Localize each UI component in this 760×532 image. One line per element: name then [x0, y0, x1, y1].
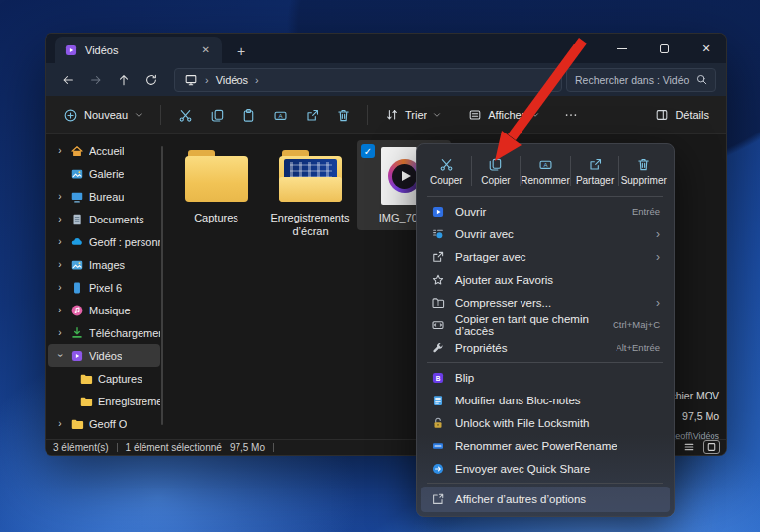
chevron-right-icon[interactable]: ›	[55, 214, 65, 224]
menu-item-compresser-vers[interactable]: Compresser vers...›	[421, 291, 670, 313]
share-button[interactable]	[297, 101, 327, 129]
menu-item-renommer-avec-powerrename[interactable]: Renommer avec PowerRename	[421, 434, 670, 457]
cut-icon	[439, 157, 454, 172]
tab-bar: Vidéos ✕ + ✕	[46, 34, 726, 63]
breadcrumb[interactable]: › Vidéos ›	[174, 68, 562, 92]
share-menu-icon	[430, 250, 445, 264]
menu-item-propri-t-s[interactable]: PropriétésAlt+Entrée	[421, 336, 670, 359]
chevron-right-icon[interactable]: ›	[55, 236, 65, 247]
sidebar-item-label: Geoff O	[89, 418, 127, 430]
tab-videos[interactable]: Vidéos ✕	[55, 37, 222, 63]
rename-button[interactable]: A	[265, 101, 295, 129]
menu-item-envoyer-avec-quick-share[interactable]: Envoyer avec Quick Share	[421, 457, 670, 480]
submenu-chevron-icon: ›	[656, 228, 660, 240]
refresh-button[interactable]	[139, 68, 164, 92]
sidebar-item-pixel-6[interactable]: ›Pixel 6	[48, 276, 160, 299]
chevron-down-icon[interactable]: ›	[55, 351, 66, 361]
selection-count: 1 élément sélectionné	[126, 442, 222, 453]
sidebar-item-enregistreme[interactable]: Enregistreme	[48, 390, 160, 412]
chevron-right-icon[interactable]: ›	[55, 327, 65, 338]
svg-text:A: A	[543, 160, 548, 167]
menu-item-ouvrir-avec[interactable]: Ouvrir avec›	[421, 222, 670, 245]
sidebar-item-images[interactable]: ›Images	[48, 253, 160, 276]
notepad-icon	[430, 394, 445, 407]
thumbnail-view-button[interactable]	[703, 440, 720, 454]
back-button[interactable]	[55, 68, 81, 92]
breadcrumb-location[interactable]: Vidéos	[216, 74, 248, 86]
chevron-right-icon[interactable]: ›	[55, 282, 65, 293]
selected-checkbox[interactable]: ✓	[361, 144, 375, 158]
quick-action-label: Supprimer	[621, 175, 667, 186]
view-toggles	[680, 440, 720, 454]
forward-button[interactable]	[83, 68, 109, 92]
sidebar-item-vid-os[interactable]: ›Vidéos	[48, 344, 160, 367]
menu-item-copier-en-tant-que-chemin-d-acc-s[interactable]: Copier en tant que chemin d’accèsCtrl+Ma…	[421, 313, 670, 336]
sidebar-item-label: Geoff : personn	[89, 236, 160, 248]
powerrename-icon	[430, 439, 445, 453]
sidebar-item-musique[interactable]: ›Musique	[48, 299, 160, 321]
cut-button[interactable]	[170, 101, 200, 129]
context-menu-items: OuvrirEntréeOuvrir avec›Partager avec›Aj…	[421, 196, 670, 512]
chevron-right-icon[interactable]: ›	[55, 259, 65, 270]
command-bar: Nouveau A Trier Afficher	[46, 96, 726, 134]
paste-button[interactable]	[234, 101, 263, 129]
chevron-down-icon	[134, 110, 143, 120]
chevron-right-icon[interactable]: ›	[55, 145, 65, 156]
chevron-right-icon[interactable]: ›	[55, 305, 65, 315]
menu-item-modifier-dans-bloc-notes[interactable]: Modifier dans Bloc-notes	[421, 389, 670, 411]
menu-item-blip[interactable]: BBlip	[421, 366, 670, 389]
maximize-button[interactable]	[643, 34, 685, 63]
quick-action-renommer[interactable]: ARenommer	[521, 149, 569, 193]
menu-separator	[428, 483, 663, 484]
quick-action-label: Couper	[430, 175, 463, 186]
quick-action-partager[interactable]: Partager	[571, 149, 619, 193]
music-icon	[70, 304, 84, 317]
menu-item-ouvrir[interactable]: OuvrirEntrée	[421, 200, 670, 222]
sidebar-item-galerie[interactable]: Galerie	[48, 162, 160, 185]
more-options-icon	[430, 492, 445, 506]
copy-icon	[210, 108, 225, 123]
sidebar-item-label: Galerie	[89, 168, 124, 180]
chevron-right-icon[interactable]: ›	[55, 418, 65, 429]
sidebar-item-geoff-personn[interactable]: ›Geoff : personn	[48, 230, 160, 253]
forward-icon	[89, 73, 103, 87]
list-view-button[interactable]	[680, 440, 698, 454]
menu-item-afficher-d-autres-d-options[interactable]: Afficher d’autres d’options	[421, 487, 670, 512]
view-button[interactable]: Afficher	[460, 104, 548, 126]
more-commands-button[interactable]	[558, 104, 584, 126]
close-button[interactable]: ✕	[685, 34, 726, 63]
sidebar-item-documents[interactable]: ›Documents	[48, 208, 160, 230]
menu-item-label: Envoyer avec Quick Share	[455, 463, 590, 475]
quick-action-couper[interactable]: Couper	[423, 149, 471, 193]
sidebar-scrollbar[interactable]	[161, 146, 163, 425]
minimize-icon	[618, 48, 627, 49]
search-input[interactable]: Rechercher dans : Vidéo	[566, 68, 716, 92]
details-pane-button[interactable]: Détails	[647, 104, 716, 126]
file-item-enregistrements-d-cran[interactable]: Enregistrements d’écran	[263, 140, 357, 245]
chevron-right-icon[interactable]: ›	[55, 191, 65, 202]
quickshare-icon	[430, 462, 445, 476]
copy-button[interactable]	[202, 101, 232, 129]
new-button[interactable]: Nouveau	[55, 104, 151, 127]
menu-item-partager-avec[interactable]: Partager avec›	[421, 245, 670, 268]
sidebar-item-t-l-chargemen[interactable]: ›Téléchargemen	[48, 321, 160, 344]
sidebar-item-geoff-o[interactable]: ›Geoff O	[48, 412, 160, 435]
menu-item-ajouter-aux-favoris[interactable]: Ajouter aux Favoris	[421, 268, 670, 291]
sidebar-item-captures[interactable]: Captures	[48, 367, 160, 390]
up-button[interactable]	[111, 68, 137, 92]
menu-item-unlock-with-file-locksmith[interactable]: Unlock with File Locksmith	[421, 411, 670, 434]
folder-icon	[185, 150, 248, 202]
new-tab-button[interactable]: +	[238, 44, 245, 58]
minimize-button[interactable]	[602, 34, 643, 63]
delete-button[interactable]	[329, 101, 358, 129]
sidebar-item-bureau[interactable]: ›Bureau	[48, 185, 160, 208]
sort-button[interactable]: Trier	[377, 104, 450, 126]
sidebar-item-accueil[interactable]: ›Accueil	[48, 139, 160, 162]
quick-action-copier[interactable]: Copier	[472, 149, 521, 193]
open-with-icon	[430, 227, 445, 241]
tab-close-icon[interactable]: ✕	[199, 44, 213, 56]
quick-action-supprimer[interactable]: Supprimer	[619, 149, 668, 193]
divider	[117, 443, 118, 452]
file-item-captures[interactable]: Captures	[169, 140, 263, 230]
menu-shortcut: Alt+Entrée	[616, 342, 660, 353]
